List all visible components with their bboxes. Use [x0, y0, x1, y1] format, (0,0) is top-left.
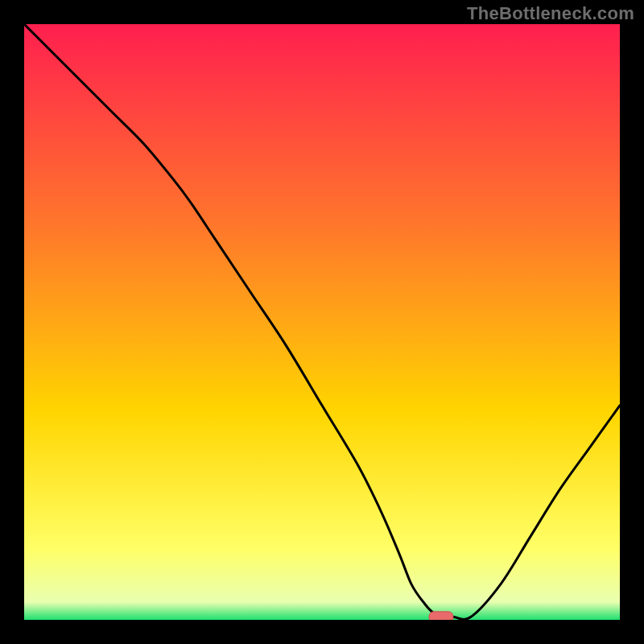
watermark-text: TheBottleneck.com [467, 3, 634, 24]
current-config-marker [429, 612, 453, 620]
bottleneck-chart [24, 24, 620, 620]
chart-container: TheBottleneck.com [0, 0, 644, 644]
